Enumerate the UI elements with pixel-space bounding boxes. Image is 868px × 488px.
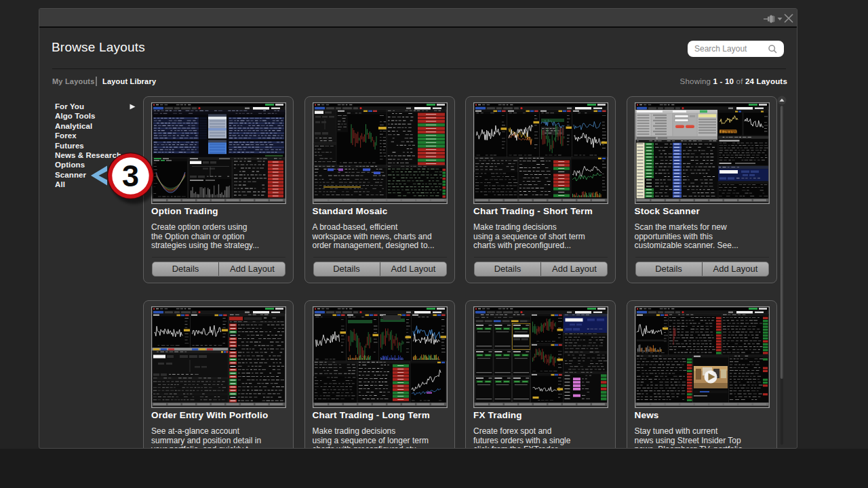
svg-text:3: 3 bbox=[122, 159, 139, 193]
